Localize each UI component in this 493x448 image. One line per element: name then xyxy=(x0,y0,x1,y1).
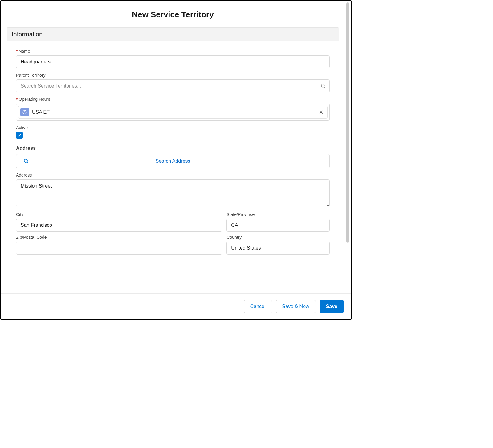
scrollbar[interactable] xyxy=(346,2,349,243)
required-indicator: * xyxy=(16,49,18,54)
modal-title: New Service Territory xyxy=(1,1,345,27)
save-and-new-button[interactable]: Save & New xyxy=(276,300,316,313)
label-address: Address xyxy=(16,173,330,177)
field-address: Address xyxy=(16,173,330,208)
row-city-state: City State/Province xyxy=(16,212,330,232)
svg-point-5 xyxy=(24,159,27,162)
search-address-label: Search Address xyxy=(16,158,329,164)
form-area: * Name Parent Territory xyxy=(1,41,345,255)
name-input[interactable] xyxy=(16,55,330,68)
city-input[interactable] xyxy=(16,219,222,232)
label-zip: Zip/Postal Code xyxy=(16,235,222,240)
clock-icon xyxy=(20,108,29,116)
operating-hours-pill: USA ET xyxy=(18,106,328,119)
operating-hours-pillbox[interactable]: USA ET xyxy=(16,104,330,121)
svg-point-0 xyxy=(321,84,324,87)
section-information: Information xyxy=(7,27,339,41)
cancel-button[interactable]: Cancel xyxy=(244,300,272,313)
row-zip-country: Zip/Postal Code Country xyxy=(16,235,330,255)
label-operating-hours-text: Operating Hours xyxy=(18,97,50,102)
label-name-text: Name xyxy=(18,49,30,54)
required-indicator: * xyxy=(16,97,18,102)
modal-footer: Cancel Save & New Save xyxy=(1,293,351,319)
save-button[interactable]: Save xyxy=(320,300,344,313)
active-checkbox[interactable] xyxy=(16,132,23,139)
parent-territory-lookup xyxy=(16,79,330,92)
address-heading: Address xyxy=(16,145,330,151)
label-parent-territory: Parent Territory xyxy=(16,73,330,78)
field-parent-territory: Parent Territory xyxy=(16,73,330,92)
field-city: City xyxy=(16,212,222,232)
label-name: * Name xyxy=(16,49,330,54)
zip-input[interactable] xyxy=(16,242,222,255)
field-name: * Name xyxy=(16,49,330,68)
field-operating-hours: * Operating Hours USA ET xyxy=(16,97,330,121)
modal-content: New Service Territory Information * Name… xyxy=(1,1,345,293)
label-state: State/Province xyxy=(226,212,330,217)
operating-hours-value: USA ET xyxy=(32,109,318,115)
search-icon xyxy=(320,83,326,89)
modal-dialog: New Service Territory Information * Name… xyxy=(0,0,352,320)
label-country: Country xyxy=(226,235,330,240)
parent-territory-input[interactable] xyxy=(16,79,330,92)
field-zip: Zip/Postal Code xyxy=(16,235,222,255)
label-operating-hours: * Operating Hours xyxy=(16,97,330,102)
close-icon[interactable] xyxy=(318,109,324,115)
field-active: Active xyxy=(16,125,330,139)
field-state: State/Province xyxy=(226,212,330,232)
country-input[interactable] xyxy=(226,242,330,255)
search-icon xyxy=(23,158,29,164)
label-active: Active xyxy=(16,125,330,130)
address-textarea[interactable] xyxy=(16,179,330,206)
search-address-button[interactable]: Search Address xyxy=(16,154,330,168)
field-country: Country xyxy=(226,235,330,255)
svg-line-1 xyxy=(324,87,325,88)
state-input[interactable] xyxy=(226,219,330,232)
label-city: City xyxy=(16,212,222,217)
svg-line-6 xyxy=(27,162,28,163)
